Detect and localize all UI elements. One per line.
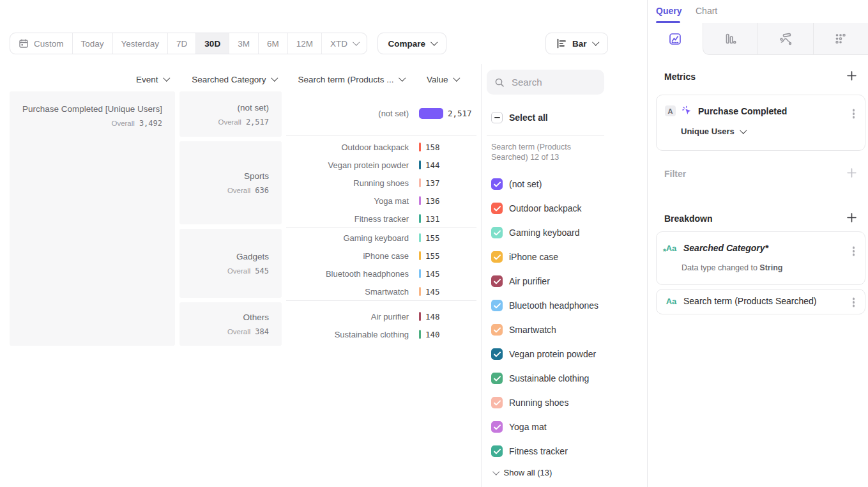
select-all-row[interactable]: Select all — [491, 112, 548, 123]
checkbox-checked[interactable] — [491, 348, 503, 360]
kebab-menu-icon[interactable] — [853, 250, 855, 252]
kebab-menu-icon[interactable] — [853, 301, 855, 304]
checkbox-checked[interactable] — [491, 275, 503, 287]
category-name: Gadgets — [236, 251, 269, 263]
tab-flows[interactable] — [758, 23, 813, 55]
category-cell[interactable]: OthersOverall384 — [179, 302, 282, 346]
category-cell[interactable]: (not set)Overall2,517 — [179, 91, 282, 137]
checkbox-checked[interactable] — [491, 324, 503, 336]
category-cell[interactable]: GadgetsOverall545 — [179, 229, 282, 298]
plus-icon — [847, 168, 857, 178]
plus-icon — [847, 213, 857, 222]
legend-item[interactable]: Yoga mat — [491, 415, 641, 439]
checkbox-checked[interactable] — [491, 421, 503, 433]
date-preset-3m[interactable]: 3M — [229, 33, 258, 54]
add-filter-button[interactable] — [846, 167, 857, 178]
series-value: 148 — [425, 312, 440, 321]
legend-item[interactable]: Bluetooth headphones — [491, 293, 641, 318]
legend-search-box[interactable] — [487, 70, 604, 95]
legend-item[interactable]: Fitness tracker — [491, 439, 641, 463]
add-metric-button[interactable] — [846, 70, 857, 81]
checkbox-checked[interactable] — [491, 373, 503, 384]
series-value: 131 — [425, 214, 440, 224]
date-preset-custom[interactable]: Custom — [10, 33, 72, 54]
date-preset-label: 3M — [238, 39, 250, 49]
insights-chart-icon — [668, 32, 682, 46]
series-row[interactable]: Running shoes137 — [286, 174, 476, 192]
series-row[interactable]: iPhone case155 — [286, 247, 476, 265]
checkbox-checked[interactable] — [491, 227, 503, 238]
legend-item-label: Fitness tracker — [509, 446, 568, 456]
value-bar — [419, 251, 421, 260]
measure-selector[interactable]: Unique Users — [681, 127, 745, 136]
tab-retention[interactable] — [813, 23, 868, 55]
row-group: Gaming keyboard155iPhone case155Bluetoot… — [286, 228, 476, 300]
date-preset-12m[interactable]: 12M — [287, 33, 321, 54]
select-all-checkbox-indeterminate[interactable] — [491, 112, 503, 123]
series-row[interactable]: Yoga mat136 — [286, 192, 476, 210]
column-header-value[interactable]: Value — [427, 73, 471, 85]
chart-type-button[interactable]: Bar — [545, 33, 608, 54]
value-bar — [419, 287, 421, 296]
legend-item-label: Sustainable clothing — [509, 373, 589, 383]
date-preset-xtd[interactable]: XTD — [321, 33, 367, 54]
date-preset-label: 7D — [176, 39, 187, 49]
overall-value: 636 — [255, 186, 269, 195]
add-breakdown-button[interactable] — [846, 212, 857, 222]
kebab-menu-icon[interactable] — [853, 112, 855, 115]
checkbox-checked[interactable] — [491, 178, 503, 190]
series-row[interactable]: Gaming keyboard155 — [286, 229, 476, 247]
metric-card[interactable]: A Purchase Completed Unique Users — [656, 95, 865, 151]
series-term-label: Outdoor backpack — [286, 143, 409, 152]
legend-item[interactable]: Air purifier — [491, 269, 641, 293]
compare-label: Compare — [388, 39, 425, 49]
legend-item[interactable]: Running shoes — [491, 390, 641, 415]
breakdown-card[interactable]: Aa Search term (Products Searched) — [656, 289, 865, 314]
check-icon — [494, 376, 501, 382]
date-preset-yesterday[interactable]: Yesterday — [112, 33, 168, 54]
series-row[interactable]: Bluetooth headphones145 — [286, 265, 476, 282]
column-header-category[interactable]: Searched Category — [179, 73, 277, 85]
series-row[interactable]: Outdoor backpack158 — [286, 138, 476, 156]
tab-funnel[interactable] — [703, 23, 758, 55]
category-cell[interactable]: SportsOverall636 — [179, 141, 282, 224]
tab-query[interactable]: Query — [656, 6, 681, 16]
main-area: CustomTodayYesterday7D30D3M6M12MXTD Comp… — [0, 0, 647, 487]
legend-divider — [487, 135, 604, 135]
column-header-event[interactable]: Event — [10, 73, 169, 85]
checkbox-checked[interactable] — [491, 203, 503, 214]
series-row[interactable]: Fitness tracker131 — [286, 210, 476, 228]
legend-item[interactable]: iPhone case — [491, 245, 641, 269]
breakdown-name: Search term (Products Searched) — [683, 296, 817, 306]
series-row[interactable]: Smartwatch145 — [286, 282, 476, 300]
tab-insights[interactable] — [648, 23, 703, 55]
plus-icon — [847, 71, 857, 81]
checkbox-checked[interactable] — [491, 397, 503, 408]
category-overall: Overall636 — [227, 186, 269, 195]
legend-item[interactable]: (not set) — [491, 172, 641, 196]
legend-item[interactable]: Smartwatch — [491, 318, 641, 342]
series-row[interactable]: Air purifier148 — [286, 307, 476, 325]
breakdown-card[interactable]: Aa Searched Category* Data type changed … — [656, 231, 865, 285]
series-row[interactable]: Vegan protein powder144 — [286, 156, 476, 174]
metric-letter-badge: A — [665, 105, 676, 116]
column-header-search-term[interactable]: Search term (Products ... — [286, 73, 404, 85]
checkbox-checked[interactable] — [491, 445, 503, 457]
legend-item[interactable]: Outdoor backpack — [491, 196, 641, 220]
checkbox-checked[interactable] — [491, 300, 503, 311]
series-row[interactable]: Sustainable clothing140 — [286, 325, 476, 343]
date-preset-30d[interactable]: 30D — [195, 33, 229, 54]
compare-button[interactable]: Compare — [377, 33, 446, 54]
event-cell[interactable]: Purchase Completed [Unique Users] Overal… — [10, 91, 175, 346]
date-preset-6m[interactable]: 6M — [258, 33, 287, 54]
legend-item[interactable]: Vegan protein powder — [491, 342, 641, 366]
date-preset-today[interactable]: Today — [72, 33, 112, 54]
search-input[interactable] — [510, 76, 597, 88]
legend-item[interactable]: Sustainable clothing — [491, 366, 641, 390]
tab-chart[interactable]: Chart — [696, 6, 717, 16]
legend-item[interactable]: Gaming keyboard — [491, 220, 641, 245]
checkbox-checked[interactable] — [491, 251, 503, 263]
show-all-button[interactable]: Show all (13) — [492, 468, 552, 477]
series-row[interactable]: (not set)2,517 — [286, 104, 476, 122]
date-preset-7d[interactable]: 7D — [167, 33, 195, 54]
